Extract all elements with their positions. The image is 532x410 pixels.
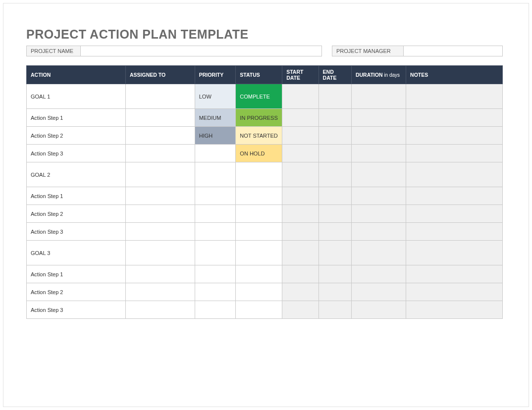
cell-duration[interactable] bbox=[351, 223, 406, 241]
cell-start[interactable] bbox=[282, 145, 319, 162]
cell-action[interactable]: Action Step 3 bbox=[27, 145, 126, 162]
cell-notes[interactable] bbox=[406, 127, 503, 145]
cell-assigned[interactable] bbox=[125, 162, 195, 187]
cell-status[interactable] bbox=[236, 187, 282, 205]
cell-end[interactable] bbox=[319, 301, 351, 319]
table-row: GOAL 1LOWCOMPLETE bbox=[27, 84, 503, 109]
cell-duration[interactable] bbox=[351, 162, 406, 187]
cell-start[interactable] bbox=[282, 205, 319, 223]
cell-assigned[interactable] bbox=[125, 127, 195, 145]
cell-priority[interactable]: HIGH bbox=[195, 127, 236, 145]
cell-duration[interactable] bbox=[351, 265, 406, 283]
cell-priority[interactable]: MEDIUM bbox=[195, 109, 236, 127]
cell-end[interactable] bbox=[319, 223, 351, 241]
project-manager-input[interactable] bbox=[404, 46, 503, 56]
cell-duration[interactable] bbox=[351, 84, 406, 109]
cell-action[interactable]: GOAL 2 bbox=[27, 162, 126, 187]
cell-duration[interactable] bbox=[351, 301, 406, 319]
cell-priority[interactable] bbox=[195, 265, 236, 283]
cell-priority[interactable]: LOW bbox=[195, 84, 236, 109]
cell-assigned[interactable] bbox=[125, 109, 195, 127]
cell-status[interactable] bbox=[236, 283, 282, 301]
cell-start[interactable] bbox=[282, 127, 319, 145]
cell-action[interactable]: Action Step 3 bbox=[27, 223, 126, 241]
cell-notes[interactable] bbox=[406, 241, 503, 265]
cell-priority[interactable] bbox=[195, 241, 236, 265]
cell-notes[interactable] bbox=[406, 109, 503, 127]
cell-status[interactable]: IN PROGRESS bbox=[236, 109, 282, 127]
cell-notes[interactable] bbox=[406, 84, 503, 109]
cell-end[interactable] bbox=[319, 187, 351, 205]
cell-action[interactable]: GOAL 1 bbox=[27, 84, 126, 109]
cell-start[interactable] bbox=[282, 241, 319, 265]
cell-status[interactable] bbox=[236, 265, 282, 283]
cell-end[interactable] bbox=[319, 265, 351, 283]
cell-status[interactable]: COMPLETE bbox=[236, 84, 282, 109]
cell-assigned[interactable] bbox=[125, 241, 195, 265]
cell-duration[interactable] bbox=[351, 187, 406, 205]
cell-priority[interactable] bbox=[195, 205, 236, 223]
cell-action[interactable]: Action Step 1 bbox=[27, 109, 126, 127]
cell-action[interactable]: Action Step 1 bbox=[27, 265, 126, 283]
project-name-input[interactable] bbox=[81, 46, 322, 56]
cell-start[interactable] bbox=[282, 265, 319, 283]
cell-priority[interactable] bbox=[195, 223, 236, 241]
cell-status[interactable] bbox=[236, 223, 282, 241]
cell-end[interactable] bbox=[319, 84, 351, 109]
cell-status[interactable] bbox=[236, 205, 282, 223]
cell-status[interactable]: NOT STARTED bbox=[236, 127, 282, 145]
cell-start[interactable] bbox=[282, 283, 319, 301]
cell-end[interactable] bbox=[319, 109, 351, 127]
cell-notes[interactable] bbox=[406, 205, 503, 223]
cell-notes[interactable] bbox=[406, 223, 503, 241]
cell-assigned[interactable] bbox=[125, 205, 195, 223]
cell-assigned[interactable] bbox=[125, 283, 195, 301]
cell-action[interactable]: Action Step 2 bbox=[27, 127, 126, 145]
cell-end[interactable] bbox=[319, 283, 351, 301]
cell-action[interactable]: GOAL 3 bbox=[27, 241, 126, 265]
cell-notes[interactable] bbox=[406, 301, 503, 319]
cell-priority[interactable] bbox=[195, 301, 236, 319]
cell-start[interactable] bbox=[282, 187, 319, 205]
cell-start[interactable] bbox=[282, 84, 319, 109]
cell-notes[interactable] bbox=[406, 283, 503, 301]
cell-priority[interactable] bbox=[195, 145, 236, 162]
cell-status[interactable]: ON HOLD bbox=[236, 145, 282, 162]
cell-end[interactable] bbox=[319, 162, 351, 187]
cell-priority[interactable] bbox=[195, 283, 236, 301]
cell-start[interactable] bbox=[282, 109, 319, 127]
cell-duration[interactable] bbox=[351, 145, 406, 162]
cell-assigned[interactable] bbox=[125, 187, 195, 205]
cell-duration[interactable] bbox=[351, 109, 406, 127]
cell-action[interactable]: Action Step 2 bbox=[27, 283, 126, 301]
cell-end[interactable] bbox=[319, 145, 351, 162]
cell-duration[interactable] bbox=[351, 241, 406, 265]
cell-notes[interactable] bbox=[406, 265, 503, 283]
cell-status[interactable] bbox=[236, 162, 282, 187]
cell-end[interactable] bbox=[319, 241, 351, 265]
cell-status[interactable] bbox=[236, 301, 282, 319]
cell-start[interactable] bbox=[282, 301, 319, 319]
cell-assigned[interactable] bbox=[125, 301, 195, 319]
cell-assigned[interactable] bbox=[125, 223, 195, 241]
cell-action[interactable]: Action Step 2 bbox=[27, 205, 126, 223]
cell-action[interactable]: Action Step 1 bbox=[27, 187, 126, 205]
cell-notes[interactable] bbox=[406, 145, 503, 162]
cell-notes[interactable] bbox=[406, 187, 503, 205]
cell-duration[interactable] bbox=[351, 283, 406, 301]
cell-duration[interactable] bbox=[351, 205, 406, 223]
cell-priority[interactable] bbox=[195, 162, 236, 187]
cell-notes[interactable] bbox=[406, 162, 503, 187]
cell-assigned[interactable] bbox=[125, 145, 195, 162]
cell-assigned[interactable] bbox=[125, 84, 195, 109]
cell-assigned[interactable] bbox=[125, 265, 195, 283]
cell-end[interactable] bbox=[319, 205, 351, 223]
cell-start[interactable] bbox=[282, 162, 319, 187]
cell-action[interactable]: Action Step 3 bbox=[27, 301, 126, 319]
cell-end[interactable] bbox=[319, 127, 351, 145]
cell-priority[interactable] bbox=[195, 187, 236, 205]
cell-start[interactable] bbox=[282, 223, 319, 241]
document-page: PROJECT ACTION PLAN TEMPLATE PROJECT NAM… bbox=[3, 3, 529, 407]
cell-duration[interactable] bbox=[351, 127, 406, 145]
cell-status[interactable] bbox=[236, 241, 282, 265]
